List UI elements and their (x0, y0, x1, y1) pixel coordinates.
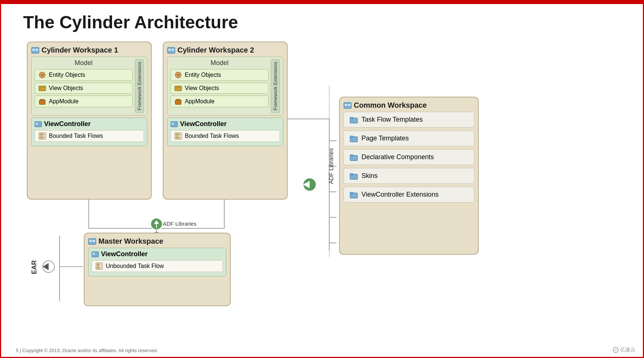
ws2-btf-icon (175, 132, 182, 140)
ws1-vc-label: ViewController (44, 120, 91, 128)
common-workspace-box: Common Workspace Task Flow Templates Pag… (339, 97, 479, 255)
main-title: The Cylinder Architecture (1, 1, 643, 40)
utf-icon (96, 262, 103, 270)
ws1-vc-section: ViewController Bounded Task Flows (31, 118, 147, 146)
svg-rect-69 (350, 117, 353, 119)
common-folder-icon-2 (350, 154, 358, 161)
svg-rect-77 (350, 192, 353, 194)
entity-icon (39, 71, 46, 79)
master-title-row: Master Workspace (88, 237, 226, 246)
ws1-appmodule: AppModule (35, 96, 133, 107)
common-item-4: ViewController Extensions (343, 187, 474, 203)
svg-rect-37 (40, 136, 43, 139)
workspace1-title-row: Cylinder Workspace 1 (31, 46, 147, 54)
svg-point-11 (43, 261, 54, 272)
svg-rect-63 (97, 264, 100, 266)
common-item-0: Task Flow Templates (343, 112, 474, 128)
ws2-vc-label: ViewController (180, 120, 227, 128)
common-item-label-4: ViewController Extensions (361, 191, 439, 198)
workspace2-title: Cylinder Workspace 2 (177, 46, 254, 54)
workspace1-title: Cylinder Workspace 1 (42, 46, 118, 54)
ws2-view-icon (175, 85, 182, 92)
svg-rect-48 (176, 99, 178, 100)
ws1-bounded-task-flows: Bounded Task Flows (35, 130, 144, 142)
ear-label: EAR (30, 260, 38, 274)
ws2-vc-section: ViewController Bounded Task Flows (167, 118, 283, 146)
ws1-entity-objects: Entity Objects (35, 69, 133, 81)
svg-rect-64 (97, 266, 100, 269)
copyright-bar: 5 | Copyright © 2013, Oracle and/or its … (16, 348, 158, 353)
common-title-row: Common Workspace (343, 101, 474, 110)
svg-rect-66 (345, 104, 347, 106)
svg-rect-32 (43, 99, 44, 100)
svg-rect-61 (93, 253, 95, 255)
ws1-view-objects: View Objects (35, 83, 133, 94)
common-folder-icon-3 (350, 172, 358, 180)
svg-rect-54 (176, 136, 179, 139)
svg-point-20 (303, 178, 316, 191)
common-folder-icon-1 (350, 135, 358, 142)
common-item-label-0: Task Flow Templates (361, 116, 423, 123)
appmodule-icon (39, 98, 46, 105)
ws1-icon (31, 46, 39, 54)
svg-rect-49 (179, 99, 180, 100)
common-item-2: Declarative Components (343, 149, 474, 165)
master-vc-section: ViewController Unbounded Task Flow (88, 248, 226, 276)
svg-marker-21 (303, 181, 310, 188)
svg-rect-34 (36, 123, 38, 125)
svg-rect-41 (168, 49, 171, 51)
workspace2-title-row: Cylinder Workspace 2 (167, 46, 283, 54)
svg-rect-25 (36, 49, 38, 51)
workspace2-box: Cylinder Workspace 2 Model Entity Object… (163, 42, 288, 200)
svg-rect-42 (172, 49, 174, 51)
common-folder-icon-4 (350, 191, 358, 198)
common-item-label-2: Declarative Components (361, 153, 434, 161)
ws2-entity-objects: Entity Objects (170, 69, 269, 81)
ws1-vc-icon (35, 121, 42, 128)
ws2-vc-icon (170, 121, 178, 128)
ws1-model-section: Model Entity Objects View Objec (31, 57, 147, 115)
adf-libraries-vert-label: ADF Libraries (328, 148, 335, 184)
master-vc-icon (91, 251, 99, 258)
svg-rect-71 (350, 136, 353, 137)
diagram-area: Cylinder Workspace 1 Model Entity Object… (16, 38, 628, 342)
svg-rect-51 (172, 123, 174, 125)
ws2-view-objects: View Objects (170, 83, 269, 94)
ws2-entity-icon (175, 71, 182, 79)
ws2-appmodule: AppModule (170, 96, 269, 107)
svg-point-4 (151, 218, 162, 230)
common-title: Common Workspace (354, 101, 427, 110)
common-folder-icon-0 (350, 116, 358, 123)
master-title: Master Workspace (98, 237, 163, 246)
svg-point-44 (177, 74, 179, 76)
svg-rect-45 (175, 86, 181, 91)
ws1-model-label: Model (35, 59, 133, 67)
ws2-model-label: Model (170, 59, 269, 67)
svg-rect-30 (39, 100, 45, 104)
svg-rect-28 (39, 86, 46, 91)
svg-point-27 (41, 74, 43, 76)
svg-rect-24 (32, 49, 35, 51)
ws2-model-items: Model Entity Objects View Objec (170, 59, 269, 113)
svg-rect-73 (350, 155, 353, 156)
svg-rect-31 (40, 99, 42, 100)
svg-rect-47 (175, 100, 181, 104)
ws2-fw-extensions: Framework Extensions (271, 59, 280, 113)
adf-libraries-label: ADF Libraries (163, 221, 197, 227)
common-item-1: Page Templates (343, 130, 474, 146)
ws1-model-items: Model Entity Objects View Objec (35, 59, 133, 113)
common-item-label-3: Skins (361, 172, 378, 180)
master-workspace-box: Master Workspace ViewController (84, 233, 231, 306)
ws1-fw-extensions: Framework Extensions (135, 59, 144, 113)
btf-icon (39, 132, 46, 140)
watermark-icon (613, 347, 619, 353)
svg-rect-59 (93, 240, 95, 242)
slide: The Cylinder Architecture (0, 0, 644, 358)
svg-rect-53 (176, 133, 179, 136)
master-vc-label: ViewController (101, 250, 148, 258)
svg-rect-58 (89, 240, 92, 242)
master-unbounded-tf: Unbounded Task Flow (91, 260, 223, 272)
svg-marker-5 (154, 220, 159, 224)
common-ws-icon (343, 101, 352, 110)
watermark: 亿速云 (613, 347, 636, 353)
